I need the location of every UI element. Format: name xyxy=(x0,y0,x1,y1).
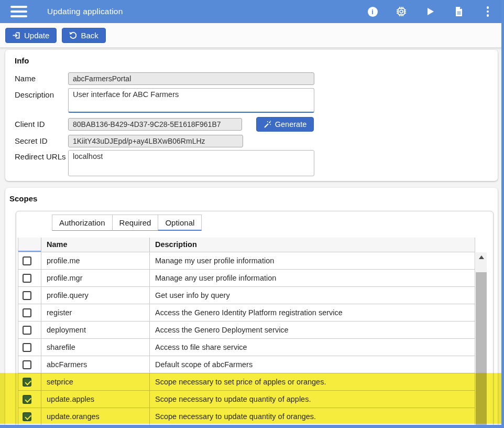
scopes-section: Scopes AuthorizationRequiredOptional Nam… xyxy=(5,188,498,428)
scope-name: profile.query xyxy=(41,287,149,304)
secret-id-label: Secret ID xyxy=(15,136,48,145)
row-checkbox-cell xyxy=(18,322,41,338)
scope-name: abcFarmers xyxy=(41,356,149,373)
scope-description: Access the Genero Identity Platform regi… xyxy=(149,304,475,321)
row-checkbox-cell xyxy=(18,339,41,356)
sign-in-icon xyxy=(13,31,20,39)
scroll-up-icon[interactable] xyxy=(476,252,487,262)
info-section-title: Info xyxy=(15,56,29,65)
back-button-label: Back xyxy=(81,31,98,40)
scope-checkbox[interactable] xyxy=(23,274,31,283)
app-bar-actions: i xyxy=(367,6,494,17)
page-title: Updating application xyxy=(47,7,123,16)
description-column-header[interactable]: Description xyxy=(149,238,475,252)
row-checkbox-cell xyxy=(18,287,41,304)
row-checkbox-cell xyxy=(18,391,41,408)
update-button[interactable]: Update xyxy=(5,28,57,43)
info-section: Info Name Description Client ID Generate… xyxy=(5,50,498,181)
scope-name: deployment xyxy=(41,322,149,338)
scope-name: register xyxy=(41,304,149,321)
scopes-table-body: profile.meManage my user profile informa… xyxy=(18,252,475,425)
table-row[interactable]: update.applesScope necessary to update q… xyxy=(18,391,475,408)
scopes-tabs: AuthorizationRequiredOptional xyxy=(52,215,202,231)
description-field[interactable] xyxy=(68,88,314,113)
scope-checkbox[interactable] xyxy=(23,291,31,300)
chip-icon[interactable] xyxy=(396,6,407,17)
scope-description: Manage any user profile information xyxy=(149,270,475,286)
scope-name: profile.mgr xyxy=(41,270,149,286)
row-checkbox-cell xyxy=(18,252,41,269)
window-edge-right xyxy=(501,0,504,428)
table-row[interactable]: setpriceScope necessary to set price of … xyxy=(18,373,475,391)
kebab-menu-icon[interactable] xyxy=(482,6,494,17)
play-icon[interactable] xyxy=(424,6,436,17)
update-button-label: Update xyxy=(24,31,49,40)
table-row[interactable]: deploymentAccess the Genero Deployment s… xyxy=(18,322,475,339)
table-row[interactable]: sharefileAccess to file share service xyxy=(18,339,475,356)
name-label: Name xyxy=(15,74,36,83)
scope-checkbox[interactable] xyxy=(23,343,31,352)
tab-optional[interactable]: Optional xyxy=(158,215,202,231)
table-row[interactable]: profile.queryGet user info by query xyxy=(18,287,475,304)
undo-arrow-icon xyxy=(69,31,77,39)
name-column-header[interactable]: Name xyxy=(41,238,149,252)
scope-checkbox[interactable] xyxy=(23,395,31,404)
scrollbar-thumb[interactable] xyxy=(476,272,487,428)
scope-checkbox[interactable] xyxy=(23,412,31,421)
tab-required[interactable]: Required xyxy=(112,215,159,231)
scope-name: setprice xyxy=(41,373,149,390)
toolbar: Update Back xyxy=(0,23,504,48)
scope-name: update.oranges xyxy=(41,408,149,425)
row-checkbox-cell xyxy=(18,373,41,390)
table-scrollbar[interactable] xyxy=(476,252,487,428)
scope-name: sharefile xyxy=(41,339,149,356)
scope-description: Scope necessary to update quantity of ap… xyxy=(149,391,475,408)
scope-description: Access the Genero Deployment service xyxy=(149,322,475,338)
row-checkbox-cell xyxy=(18,304,41,321)
scope-checkbox[interactable] xyxy=(23,326,31,335)
tab-authorization[interactable]: Authorization xyxy=(52,215,113,231)
menu-icon[interactable] xyxy=(10,6,27,17)
row-checkbox-cell xyxy=(18,270,41,286)
table-header-row: Name Description xyxy=(18,238,475,252)
scope-description: Scope necessary to update quantity of or… xyxy=(149,408,475,425)
table-row[interactable]: registerAccess the Genero Identity Platf… xyxy=(18,304,475,322)
scope-checkbox[interactable] xyxy=(23,378,31,387)
scope-checkbox[interactable] xyxy=(23,360,31,369)
table-row[interactable]: profile.meManage my user profile informa… xyxy=(18,252,475,270)
generate-button[interactable]: Generate xyxy=(256,117,314,132)
scope-checkbox[interactable] xyxy=(23,308,31,317)
scope-description: Get user info by query xyxy=(149,287,475,304)
table-row[interactable]: abcFarmersDefault scope of abcFarmers xyxy=(18,356,475,373)
window-edge-bottom xyxy=(0,425,504,428)
info-icon[interactable]: i xyxy=(367,6,378,17)
row-checkbox-cell xyxy=(18,356,41,373)
name-field[interactable] xyxy=(68,72,314,85)
scope-name: update.apples xyxy=(41,391,149,408)
scope-description: Default scope of abcFarmers xyxy=(149,356,475,373)
document-icon[interactable] xyxy=(453,6,465,17)
magic-wand-icon xyxy=(264,121,271,129)
table-row[interactable]: profile.mgrManage any user profile infor… xyxy=(18,270,475,287)
scopes-section-title: Scopes xyxy=(9,194,37,203)
table-row[interactable]: update.orangesScope necessary to update … xyxy=(18,408,475,425)
redirect-urls-field[interactable] xyxy=(68,150,314,176)
back-button[interactable]: Back xyxy=(62,28,105,43)
checkbox-column-header[interactable] xyxy=(18,238,41,252)
client-id-field[interactable] xyxy=(68,118,242,131)
scope-name: profile.me xyxy=(41,252,149,269)
secret-id-field[interactable] xyxy=(68,135,243,147)
scope-checkbox[interactable] xyxy=(23,256,31,265)
scopes-panel: AuthorizationRequiredOptional Name Descr… xyxy=(16,211,494,428)
scope-description: Manage my user profile information xyxy=(149,252,475,269)
redirect-urls-label: Redirect URLs xyxy=(15,152,66,161)
generate-button-label: Generate xyxy=(275,120,306,129)
scope-description: Access to file share service xyxy=(149,339,475,356)
client-id-label: Client ID xyxy=(15,120,45,129)
description-label: Description xyxy=(15,90,54,99)
row-checkbox-cell xyxy=(18,408,41,425)
scope-description: Scope necessary to set price of apples o… xyxy=(149,373,475,390)
app-bar: Updating application i xyxy=(0,0,504,23)
